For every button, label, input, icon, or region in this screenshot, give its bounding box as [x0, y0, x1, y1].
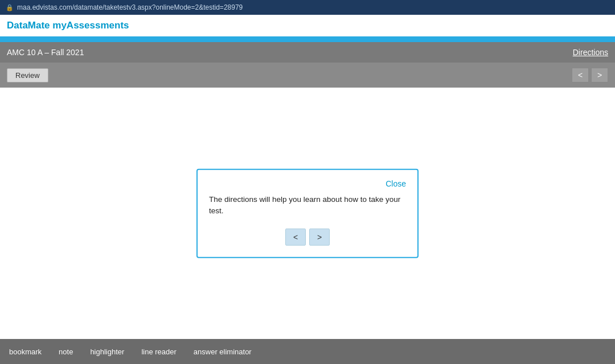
- next-nav-button[interactable]: >: [591, 68, 608, 82]
- prev-nav-button[interactable]: <: [572, 68, 589, 82]
- directions-dialog: Close The directions will help you learn…: [196, 169, 419, 258]
- app-title: DataMate myAssessments: [7, 20, 129, 31]
- toolbar-note[interactable]: note: [59, 348, 73, 356]
- browser-bar: 🔒 maa.edvistas.com/datamate/taketestv3.a…: [0, 0, 615, 15]
- review-button[interactable]: Review: [7, 68, 48, 82]
- accent-bar: [0, 36, 615, 42]
- toolbar-highlighter[interactable]: highlighter: [90, 348, 124, 356]
- lock-icon: 🔒: [6, 4, 14, 11]
- url-text: maa.edvistas.com/datamate/taketestv3.asp…: [17, 3, 243, 11]
- dialog-close-row: Close: [209, 179, 406, 188]
- close-dialog-button[interactable]: Close: [386, 179, 406, 188]
- toolbar-bookmark[interactable]: bookmark: [9, 348, 42, 356]
- toolbar-line-reader[interactable]: line reader: [141, 348, 176, 356]
- nav-buttons: < >: [572, 68, 608, 82]
- main-content: Close The directions will help you learn…: [0, 88, 615, 339]
- directions-link[interactable]: Directions: [573, 48, 608, 57]
- dialog-prev-button[interactable]: <: [285, 228, 306, 245]
- test-name: AMC 10 A – Fall 2021: [7, 48, 84, 57]
- toolbar-answer-eliminator[interactable]: answer eliminator: [194, 348, 252, 356]
- dialog-text: The directions will help you learn about…: [209, 194, 406, 217]
- dialog-nav: < >: [209, 228, 406, 245]
- footer-toolbar: bookmark note highlighter line reader an…: [0, 339, 615, 364]
- dialog-next-button[interactable]: >: [309, 228, 330, 245]
- review-bar: Review < >: [0, 63, 615, 88]
- app-header: DataMate myAssessments: [0, 15, 615, 36]
- test-bar: AMC 10 A – Fall 2021 Directions: [0, 42, 615, 63]
